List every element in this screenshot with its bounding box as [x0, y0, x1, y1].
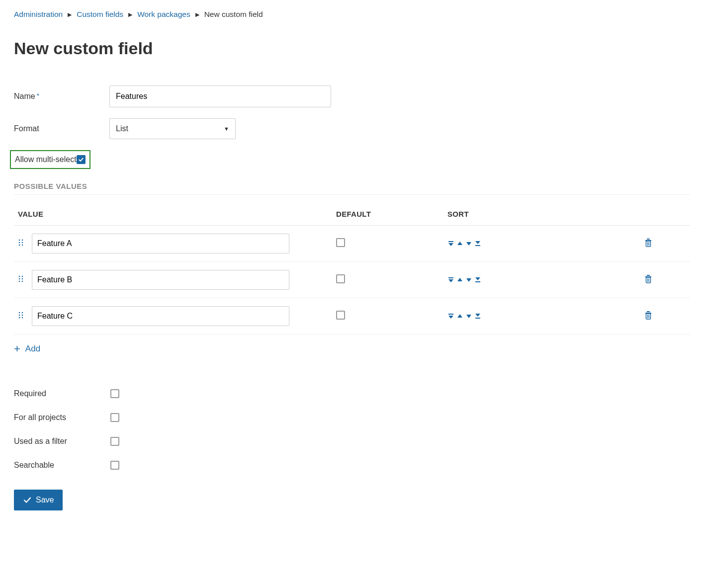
default-checkbox[interactable]	[336, 274, 345, 283]
for-all-projects-row: For all projects	[14, 413, 690, 422]
svg-rect-19	[448, 277, 453, 278]
delete-icon[interactable]	[644, 311, 652, 320]
svg-point-0	[19, 240, 20, 241]
value-input[interactable]	[32, 270, 289, 290]
value-row	[14, 298, 690, 335]
possible-values-header: POSSIBLE VALUES	[14, 182, 690, 195]
move-up-icon[interactable]	[456, 313, 463, 320]
svg-point-3	[22, 242, 23, 244]
move-up-icon[interactable]	[456, 240, 463, 247]
breadcrumb-current: New custom field	[204, 10, 263, 19]
add-value-button[interactable]: + Add	[14, 343, 40, 354]
svg-point-1	[22, 240, 23, 241]
check-icon	[23, 496, 32, 504]
column-header-value: VALUE	[18, 210, 336, 218]
svg-rect-12	[649, 242, 649, 246]
svg-rect-10	[646, 241, 651, 247]
name-label: Name*	[14, 92, 109, 101]
default-checkbox[interactable]	[336, 311, 345, 320]
breadcrumb-custom-fields[interactable]: Custom fields	[77, 10, 123, 19]
drag-handle-icon[interactable]	[18, 312, 30, 321]
breadcrumb-work-packages[interactable]: Work packages	[137, 10, 190, 19]
format-row: Format List ▼	[14, 118, 690, 139]
allow-multi-select-highlight: Allow multi-select	[10, 150, 90, 169]
svg-point-26	[19, 312, 20, 314]
required-checkbox[interactable]	[110, 389, 119, 398]
name-input[interactable]	[109, 85, 331, 107]
move-bottom-icon[interactable]	[474, 240, 481, 247]
chevron-right-icon: ▶	[68, 11, 72, 18]
value-input[interactable]	[32, 306, 289, 326]
move-top-icon[interactable]	[447, 313, 454, 320]
value-row	[14, 262, 690, 298]
chevron-right-icon: ▶	[195, 11, 199, 18]
svg-point-27	[22, 312, 23, 314]
move-down-icon[interactable]	[465, 313, 472, 320]
move-down-icon[interactable]	[465, 240, 472, 247]
allow-multi-select-checkbox[interactable]	[77, 155, 86, 164]
svg-point-15	[19, 278, 20, 280]
page-title: New custom field	[14, 39, 690, 58]
searchable-label: Searchable	[14, 461, 110, 470]
possible-values-table: VALUE DEFAULT SORT	[14, 210, 690, 354]
save-button[interactable]: Save	[14, 490, 63, 510]
save-label: Save	[36, 496, 54, 504]
svg-rect-32	[448, 314, 453, 315]
svg-rect-9	[647, 239, 650, 240]
svg-point-2	[19, 242, 20, 244]
add-value-label: Add	[25, 344, 40, 354]
svg-rect-24	[647, 278, 648, 282]
move-up-icon[interactable]	[456, 276, 463, 283]
svg-point-28	[19, 315, 20, 316]
svg-point-30	[19, 317, 20, 319]
svg-rect-23	[646, 277, 651, 283]
svg-rect-33	[475, 318, 480, 319]
svg-point-18	[22, 281, 23, 282]
delete-icon[interactable]	[644, 274, 652, 283]
allow-multi-select-label: Allow multi-select	[11, 155, 77, 164]
svg-rect-36	[646, 314, 651, 319]
move-top-icon[interactable]	[447, 240, 454, 247]
svg-point-14	[22, 276, 23, 277]
plus-icon: +	[14, 343, 20, 354]
move-bottom-icon[interactable]	[474, 313, 481, 320]
svg-rect-37	[647, 315, 648, 318]
default-checkbox[interactable]	[336, 238, 345, 247]
table-header-row: VALUE DEFAULT SORT	[14, 210, 690, 226]
format-value: List	[116, 124, 128, 133]
move-top-icon[interactable]	[447, 276, 454, 283]
svg-rect-6	[448, 241, 453, 242]
svg-rect-25	[649, 278, 649, 282]
used-as-filter-checkbox[interactable]	[110, 437, 119, 446]
breadcrumb-administration[interactable]: Administration	[14, 10, 63, 19]
for-all-projects-checkbox[interactable]	[110, 413, 119, 422]
used-as-filter-label: Used as a filter	[14, 437, 110, 446]
options-section: Required For all projects Used as a filt…	[14, 389, 690, 510]
searchable-row: Searchable	[14, 461, 690, 470]
svg-point-17	[19, 281, 20, 282]
svg-rect-22	[647, 275, 650, 276]
searchable-checkbox[interactable]	[110, 461, 119, 470]
drag-handle-icon[interactable]	[18, 239, 30, 248]
move-bottom-icon[interactable]	[474, 276, 481, 283]
required-star-icon: *	[37, 92, 39, 99]
value-input[interactable]	[32, 234, 289, 253]
breadcrumb: Administration ▶ Custom fields ▶ Work pa…	[14, 10, 690, 19]
svg-rect-20	[475, 281, 480, 282]
for-all-projects-label: For all projects	[14, 413, 110, 422]
svg-point-4	[19, 245, 20, 246]
required-label: Required	[14, 389, 110, 398]
svg-point-13	[19, 276, 20, 277]
delete-icon[interactable]	[644, 238, 652, 247]
svg-rect-38	[649, 315, 649, 318]
move-down-icon[interactable]	[465, 276, 472, 283]
svg-rect-7	[475, 245, 480, 246]
chevron-right-icon: ▶	[128, 11, 132, 18]
svg-point-29	[22, 315, 23, 316]
svg-rect-35	[647, 311, 650, 312]
drag-handle-icon[interactable]	[18, 275, 30, 284]
svg-point-5	[22, 245, 23, 246]
format-select[interactable]: List ▼	[109, 118, 236, 139]
name-row: Name*	[14, 85, 690, 107]
svg-point-31	[22, 317, 23, 319]
